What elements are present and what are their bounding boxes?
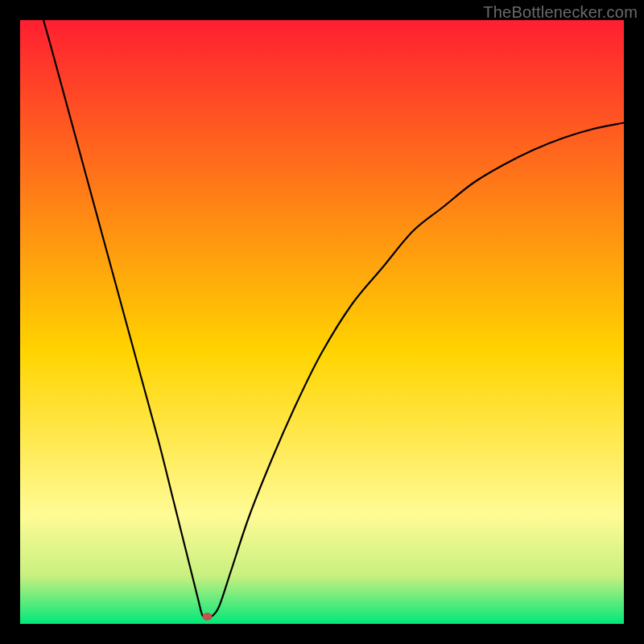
chart-svg	[20, 20, 624, 624]
plot-area	[20, 20, 624, 624]
gradient-background	[20, 20, 624, 624]
optimum-marker	[203, 613, 213, 621]
watermark-text: TheBottlenecker.com	[483, 3, 638, 22]
chart-frame: TheBottlenecker.com	[0, 0, 644, 644]
